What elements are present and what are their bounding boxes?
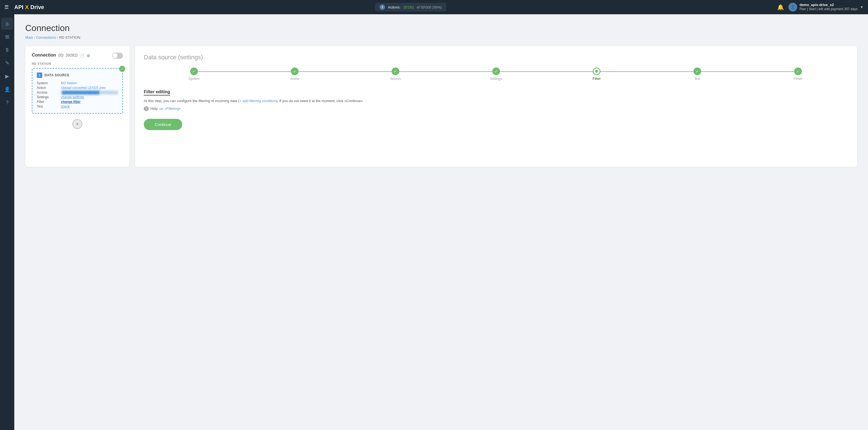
logo-drive-text: Drive	[30, 4, 44, 10]
page-title: Connection	[25, 23, 857, 33]
step-circle-test: ✓	[693, 67, 701, 75]
step-circle-system: ✓	[190, 67, 198, 75]
stepper: ✓ System ✓ Action ✓ Access ✓ Settings	[144, 67, 848, 81]
main-content: Connection Main / Connections / RD STATI…	[14, 14, 868, 430]
breadcrumb-sep2: /	[57, 35, 58, 39]
ds-val-access: ████████████████	[61, 91, 118, 94]
station-label: RD STATION	[32, 62, 123, 65]
ds-val-test[interactable]: check	[61, 104, 118, 109]
filter-description: At this step, you can configure the filt…	[144, 98, 848, 104]
ds-val-filter[interactable]: change filter	[61, 100, 118, 104]
step-settings: ✓ Settings	[446, 67, 547, 81]
filter-section: Filter editing At this step, you can con…	[144, 89, 848, 130]
step-finish: ✓ Finish	[747, 67, 848, 81]
add-filtering-condition-link[interactable]: + add filtering condition	[239, 99, 276, 103]
ds-key-action: Action	[37, 86, 59, 90]
step-access: ✓ Access	[345, 67, 446, 81]
add-datasource-button[interactable]: +	[72, 119, 82, 129]
ds-key-filter: Filter	[37, 100, 59, 104]
chevron-down-icon: ▼	[860, 5, 864, 9]
hamburger-icon[interactable]: ☰	[4, 4, 9, 10]
step-filter: Filter	[547, 67, 647, 81]
data-source-box: ✓ 1 DATA SOURCE System RD Station Action…	[32, 68, 123, 114]
step-label-access: Access	[390, 77, 401, 81]
user-plan: Plan | Start | left until payment 357 da…	[799, 7, 858, 11]
right-card: Data source (settings) ✓ System ✓ Action…	[135, 46, 857, 167]
logo-x-text: X	[25, 4, 29, 10]
help-row: ? Help on «Filtering»	[144, 106, 848, 111]
step-label-finish: Finish	[794, 77, 802, 81]
card-id: (ID: 39282)	[58, 53, 78, 57]
card-title: Connection (ID: 39282)	[32, 53, 78, 58]
step-test: ✓ Test	[647, 67, 748, 81]
user-name: demo_apix-drive_s2	[799, 3, 858, 7]
topnav: ☰ APIXDrive i Actions: 25'161 of 50'000 …	[0, 0, 868, 14]
step-label-settings: Settings	[490, 77, 502, 81]
user-avatar: 👤	[788, 3, 797, 11]
ds-val-system[interactable]: RD Station	[61, 81, 118, 85]
info-icon: i	[379, 4, 385, 10]
topnav-center: i Actions: 25'161 of 50'000 (50%)	[44, 3, 777, 11]
step-action: ✓ Action	[245, 67, 345, 81]
breadcrumb-main[interactable]: Main	[25, 35, 33, 39]
actions-total: of 50'000 (50%)	[416, 5, 441, 9]
document-icon[interactable]: 📄	[80, 54, 85, 58]
ds-number: 1	[37, 72, 42, 78]
actions-label: Actions:	[388, 5, 400, 9]
breadcrumb-sep1: /	[34, 35, 35, 39]
breadcrumb: Main / Connections / RD STATION	[25, 35, 857, 39]
ds-key-settings: Settings	[37, 95, 59, 99]
topnav-right: 🔔 👤 demo_apix-drive_s2 Plan | Start | le…	[777, 3, 864, 11]
datasource-title: Data source (settings)	[144, 54, 848, 61]
continue-button[interactable]: Continue	[144, 119, 182, 130]
step-label-test: Test	[694, 77, 700, 81]
step-circle-finish: ✓	[794, 67, 802, 75]
ds-key-test: Test	[37, 104, 59, 109]
ds-val-action[interactable]: Upload converted LEADS (nev	[61, 86, 118, 90]
bell-icon[interactable]: 🔔	[777, 4, 784, 10]
step-label-system: System	[189, 77, 199, 81]
help-text: Help	[150, 106, 158, 111]
step-system: ✓ System	[144, 67, 245, 81]
card-header: Connection (ID: 39282) 📄 ⚙	[32, 53, 123, 59]
ds-check-icon: ✓	[119, 66, 125, 72]
card-header-left: Connection (ID: 39282) 📄 ⚙	[32, 53, 90, 59]
sidebar-item-help[interactable]: ?	[1, 97, 13, 109]
step-label-action: Action	[290, 77, 299, 81]
table-row: Action Upload converted LEADS (nev	[37, 86, 118, 90]
sidebar-item-dashboard[interactable]: ⊞	[1, 31, 13, 43]
user-area[interactable]: 👤 demo_apix-drive_s2 Plan | Start | left…	[788, 3, 864, 11]
step-circle-access: ✓	[392, 67, 399, 75]
user-info: demo_apix-drive_s2 Plan | Start | left u…	[799, 3, 858, 11]
filter-title: Filter editing	[144, 89, 170, 95]
ds-header-label: DATA SOURCE	[44, 73, 69, 77]
table-row: Settings change settings	[37, 95, 118, 99]
sidebar: ⌂ ⊞ $ ✎ ▶ 👤 ?	[0, 14, 14, 430]
filtering-help-link[interactable]: on «Filtering»	[159, 106, 181, 111]
connection-toggle[interactable]	[112, 53, 123, 59]
sidebar-item-play[interactable]: ▶	[1, 70, 13, 82]
sidebar-item-user[interactable]: 👤	[1, 84, 13, 95]
table-row: System RD Station	[37, 81, 118, 85]
ds-key-system: System	[37, 81, 59, 85]
sidebar-item-billing[interactable]: $	[1, 44, 13, 56]
breadcrumb-current: RD STATION	[59, 35, 81, 39]
step-circle-settings: ✓	[492, 67, 500, 75]
help-icon[interactable]: ?	[144, 106, 149, 111]
actions-count: 25'161	[403, 5, 414, 9]
logo-api-text: API	[14, 4, 23, 10]
step-circle-filter	[593, 67, 600, 75]
step-circle-action: ✓	[291, 67, 299, 75]
content-row: Connection (ID: 39282) 📄 ⚙ RD STATION ✓ …	[25, 46, 857, 167]
breadcrumb-connections[interactable]: Connections	[36, 35, 56, 39]
ds-val-settings[interactable]: change settings	[61, 95, 118, 99]
left-card: Connection (ID: 39282) 📄 ⚙ RD STATION ✓ …	[25, 46, 129, 167]
sidebar-item-home[interactable]: ⌂	[1, 18, 13, 30]
table-row: Access ████████████████	[37, 91, 118, 94]
add-button-container: +	[32, 119, 123, 129]
gear-icon[interactable]: ⚙	[87, 54, 90, 58]
logo: APIXDrive	[14, 4, 44, 10]
ds-header: 1 DATA SOURCE	[37, 72, 118, 78]
actions-box: i Actions: 25'161 of 50'000 (50%)	[375, 3, 446, 11]
sidebar-item-edit[interactable]: ✎	[1, 57, 13, 69]
